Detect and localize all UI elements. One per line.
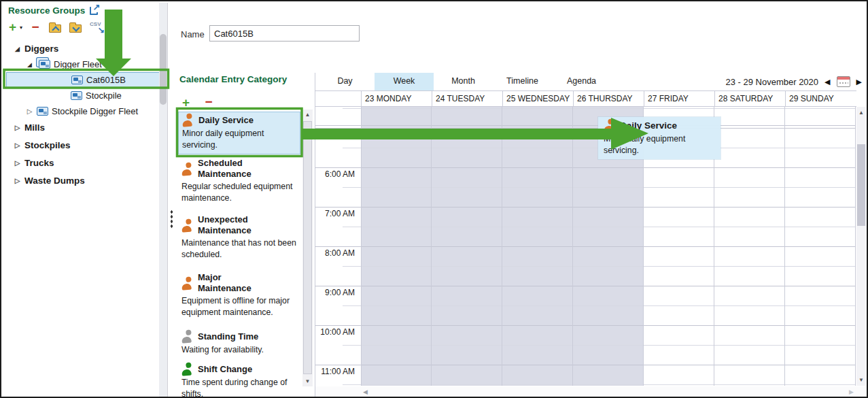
resource-groups-panel: Resource Groups + ▾ − CSV ▾ Diggers Digg…	[3, 1, 159, 397]
calendar-vertical-scrollbar[interactable]: ▲ ▼	[856, 107, 866, 386]
collapse-icon[interactable]	[26, 61, 33, 68]
tab-day[interactable]: Day	[315, 73, 375, 90]
scrollbar-thumb[interactable]	[303, 121, 312, 374]
digger-icon	[71, 76, 83, 84]
collapse-icon[interactable]	[14, 46, 21, 52]
category-list: Daily Service Minor daily equipment serv…	[178, 110, 302, 398]
day-column-saturday[interactable]	[714, 107, 785, 386]
scroll-down-icon[interactable]: ▼	[856, 377, 866, 383]
person-icon	[602, 118, 617, 133]
person-icon	[180, 362, 194, 376]
tab-timeline[interactable]: Timeline	[493, 73, 552, 90]
category-item-standing-time[interactable]: Standing Time Waiting for availability.	[178, 329, 300, 357]
expand-icon[interactable]	[14, 159, 21, 167]
day-header: 28 SATURDAY	[714, 91, 785, 106]
time-gutter	[315, 107, 361, 386]
time-label: 9:00 AM	[315, 288, 355, 297]
day-header: 23 MONDAY	[361, 91, 432, 106]
app-window: Resource Groups + ▾ − CSV ▾ Diggers Digg…	[0, 0, 868, 398]
person-icon	[180, 276, 194, 291]
calendar-view-tabs: Day Week Month Timeline Agenda 23 - 29 N…	[315, 73, 865, 90]
category-item-unexpected-maintenance[interactable]: Unexpected Maintenance Maintenance that …	[178, 213, 300, 261]
category-item-major-maintenance[interactable]: Major Maintenance Equipment is offline f…	[178, 271, 300, 319]
day-header: 27 FRIDAY	[644, 91, 714, 106]
calendar-event-daily-service[interactable]: Daily Service Minor daily equipment serv…	[598, 117, 721, 159]
prev-week-icon[interactable]: ◀	[824, 78, 830, 86]
calendar-panel: Day Week Month Timeline Agenda 23 - 29 N…	[315, 73, 865, 397]
expand-icon[interactable]	[14, 142, 21, 149]
add-category-button[interactable]: +	[181, 97, 191, 109]
date-picker-icon[interactable]	[837, 76, 850, 87]
category-toolbar: + −	[181, 97, 214, 109]
time-label: 10:00 AM	[315, 327, 355, 337]
expand-icon[interactable]	[14, 177, 21, 184]
person-icon	[180, 162, 194, 176]
tree-item-mills[interactable]: Mills	[3, 120, 158, 135]
tab-agenda[interactable]: Agenda	[552, 73, 611, 90]
day-header-row: 23 MONDAY 24 TUESDAY 25 WEDNESDAY 26 THU…	[315, 90, 856, 107]
day-column-sunday[interactable]	[785, 107, 856, 386]
person-icon	[181, 113, 195, 127]
tree-item-trucks[interactable]: Trucks	[3, 155, 158, 171]
tab-week[interactable]: Week	[375, 73, 434, 90]
fleet-icon	[37, 107, 48, 116]
scroll-left-icon[interactable]: ◀	[363, 388, 368, 395]
tree-item-cat6015b[interactable]: Cat6015B	[6, 72, 167, 88]
panel-splitter[interactable]	[169, 1, 175, 398]
event-description: Minor daily equipment servicing.	[602, 133, 691, 156]
expand-icon[interactable]	[26, 107, 33, 115]
resource-tree: Diggers Digger Fleet Cat6015B Stockpile …	[3, 1, 158, 397]
scroll-up-icon[interactable]: ▲	[302, 112, 313, 118]
tree-item-digger-fleet[interactable]: Digger Fleet	[3, 56, 158, 72]
calendar-entry-category-title: Calendar Entry Category	[179, 74, 287, 84]
category-item-scheduled-maintenance[interactable]: Scheduled Maintenance Regular scheduled …	[178, 156, 300, 205]
remove-category-button[interactable]: −	[203, 97, 214, 109]
tree-item-stockpile-digger-fleet[interactable]: Stockpile Digger Fleet	[3, 103, 158, 119]
time-label: 8:00 AM	[315, 248, 355, 258]
tab-month[interactable]: Month	[434, 73, 493, 90]
person-icon	[180, 218, 194, 233]
person-icon	[180, 329, 194, 344]
day-column-wednesday[interactable]	[502, 107, 573, 386]
day-header: 29 SUNDAY	[785, 91, 856, 106]
category-scrollbar[interactable]: ▲ ▼	[302, 110, 313, 386]
expand-icon[interactable]	[14, 124, 21, 131]
scrollbar-thumb[interactable]	[160, 34, 167, 105]
date-range-label: 23 - 29 November 2020	[725, 77, 818, 87]
scrollbar-thumb[interactable]	[857, 144, 865, 226]
calendar-horizontal-scrollbar[interactable]: ◀ ▶	[315, 386, 866, 397]
scroll-right-icon[interactable]: ▶	[849, 388, 854, 395]
category-item-shift-change[interactable]: Shift Change Time spent during change of…	[178, 361, 300, 398]
day-column-tuesday[interactable]	[432, 107, 502, 386]
tree-item-waste-dumps[interactable]: Waste Dumps	[3, 173, 158, 188]
category-item-daily-service[interactable]: Daily Service Minor daily equipment serv…	[178, 112, 300, 154]
name-label: Name	[181, 29, 205, 39]
tree-item-stockpiles[interactable]: Stockpiles	[3, 137, 158, 153]
digger-icon	[71, 91, 82, 100]
scroll-up-icon[interactable]: ▲	[856, 110, 866, 116]
time-label: 6:00 AM	[315, 169, 355, 179]
tree-item-diggers[interactable]: Diggers	[3, 41, 158, 56]
sidebar-scrollbar[interactable]	[159, 3, 168, 398]
event-title: Daily Service	[620, 120, 677, 131]
scroll-down-icon[interactable]: ▼	[302, 378, 313, 384]
calendar-grid[interactable]: 6:00 AM 7:00 AM 8:00 AM 9:00 AM 10:00 AM…	[315, 107, 866, 386]
time-label: 11:00 AM	[315, 367, 355, 376]
name-input[interactable]	[209, 25, 360, 42]
tree-item-stockpile[interactable]: Stockpile	[3, 88, 158, 103]
fleet-icon	[39, 60, 50, 69]
time-label: 7:00 AM	[315, 209, 355, 218]
day-header: 26 THURSDAY	[573, 91, 644, 106]
day-header: 25 WEDNESDAY	[502, 91, 573, 106]
day-column-monday[interactable]	[361, 107, 432, 386]
day-header: 24 TUESDAY	[432, 91, 502, 106]
next-week-icon[interactable]: ▶	[856, 78, 862, 86]
